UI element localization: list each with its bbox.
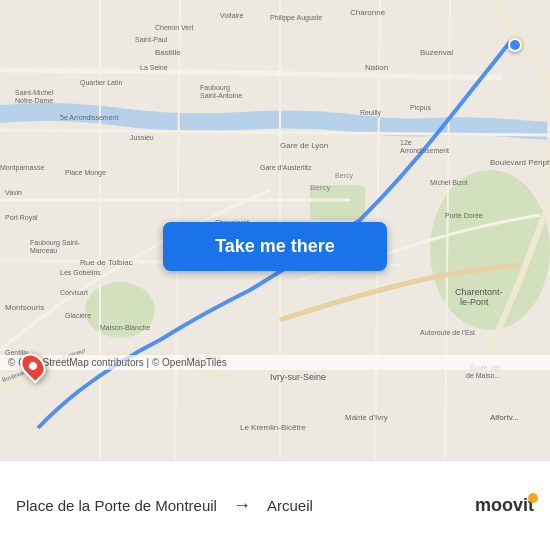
svg-text:Faubourg Saint-: Faubourg Saint- bbox=[30, 239, 81, 247]
svg-text:Boulevard Périphérique: Boulevard Périphérique bbox=[490, 158, 550, 167]
svg-text:La Seine: La Seine bbox=[140, 64, 168, 71]
destination-marker bbox=[22, 352, 44, 380]
arrow-icon: → bbox=[233, 495, 251, 516]
svg-text:Nation: Nation bbox=[365, 63, 388, 72]
svg-text:Maison-Blanche: Maison-Blanche bbox=[100, 324, 150, 331]
svg-text:Jussieu: Jussieu bbox=[130, 134, 154, 141]
svg-text:Charonne: Charonne bbox=[350, 8, 386, 17]
map-container: Saint-Michel Notre-Dame Quartier Latin 5… bbox=[0, 0, 550, 460]
svg-text:Rue de Tolbiac: Rue de Tolbiac bbox=[80, 258, 133, 267]
svg-text:le-Pont: le-Pont bbox=[460, 297, 489, 307]
moovit-logo: moovit bbox=[475, 495, 534, 516]
svg-text:Picpus: Picpus bbox=[410, 104, 432, 112]
svg-text:Vavin: Vavin bbox=[5, 189, 22, 196]
svg-text:Notre-Dame: Notre-Dame bbox=[15, 97, 53, 104]
svg-text:Mairie d'Ivry: Mairie d'Ivry bbox=[345, 413, 388, 422]
svg-text:Saint-Michel: Saint-Michel bbox=[15, 89, 54, 96]
svg-text:Saint-Paul: Saint-Paul bbox=[135, 36, 168, 43]
svg-text:Alfortv...: Alfortv... bbox=[490, 413, 519, 422]
svg-text:Port Royal: Port Royal bbox=[5, 214, 38, 222]
svg-text:Montparnasse: Montparnasse bbox=[0, 164, 44, 172]
svg-text:Autoroute de l'Est: Autoroute de l'Est bbox=[420, 329, 475, 336]
svg-text:Chemin Vert: Chemin Vert bbox=[155, 24, 194, 31]
svg-text:Porte Dorée: Porte Dorée bbox=[445, 212, 483, 219]
svg-text:Marceau: Marceau bbox=[30, 247, 57, 254]
svg-text:Buzenval: Buzenval bbox=[420, 48, 453, 57]
moovit-text: moovit bbox=[475, 495, 534, 516]
svg-text:Saint-Antoine: Saint-Antoine bbox=[200, 92, 242, 99]
svg-text:Bercy: Bercy bbox=[310, 183, 330, 192]
svg-text:Glacière: Glacière bbox=[65, 312, 91, 319]
bottom-bar: Place de la Porte de Montreuil → Arcueil… bbox=[0, 460, 550, 550]
origin-marker bbox=[508, 38, 522, 52]
svg-text:Gare de Lyon: Gare de Lyon bbox=[280, 141, 328, 150]
svg-text:Bercy: Bercy bbox=[335, 172, 353, 180]
svg-text:Place Monge: Place Monge bbox=[65, 169, 106, 177]
take-me-there-button[interactable]: Take me there bbox=[163, 222, 387, 271]
svg-text:Charentont-: Charentont- bbox=[455, 287, 503, 297]
svg-text:Gare d'Austerlitz: Gare d'Austerlitz bbox=[260, 164, 312, 171]
svg-text:Corvisart: Corvisart bbox=[60, 289, 88, 296]
svg-text:Montsouris: Montsouris bbox=[5, 303, 44, 312]
svg-text:Arrondissement: Arrondissement bbox=[400, 147, 449, 154]
svg-text:12e: 12e bbox=[400, 139, 412, 146]
svg-text:5e Arrondissement: 5e Arrondissement bbox=[60, 114, 118, 121]
svg-text:Les Gobelins: Les Gobelins bbox=[60, 269, 101, 276]
svg-text:Reuilly: Reuilly bbox=[360, 109, 382, 117]
svg-text:Voltaire: Voltaire bbox=[220, 12, 243, 19]
app: Saint-Michel Notre-Dame Quartier Latin 5… bbox=[0, 0, 550, 550]
destination-label: Arcueil bbox=[267, 497, 313, 514]
svg-text:Quartier Latin: Quartier Latin bbox=[80, 79, 123, 87]
svg-text:Bastille: Bastille bbox=[155, 48, 181, 57]
copyright-bar: © OpenStreetMap contributors | © OpenMap… bbox=[0, 355, 550, 370]
svg-text:Philippe Auguste: Philippe Auguste bbox=[270, 14, 322, 22]
svg-text:de Maiso...: de Maiso... bbox=[466, 372, 500, 379]
svg-text:Faubourg: Faubourg bbox=[200, 84, 230, 92]
svg-text:Le Kremlin-Bicêtre: Le Kremlin-Bicêtre bbox=[240, 423, 306, 432]
svg-text:Michel Bizot: Michel Bizot bbox=[430, 179, 468, 186]
origin-label: Place de la Porte de Montreuil bbox=[16, 497, 217, 514]
svg-text:Ivry-sur-Seine: Ivry-sur-Seine bbox=[270, 372, 326, 382]
